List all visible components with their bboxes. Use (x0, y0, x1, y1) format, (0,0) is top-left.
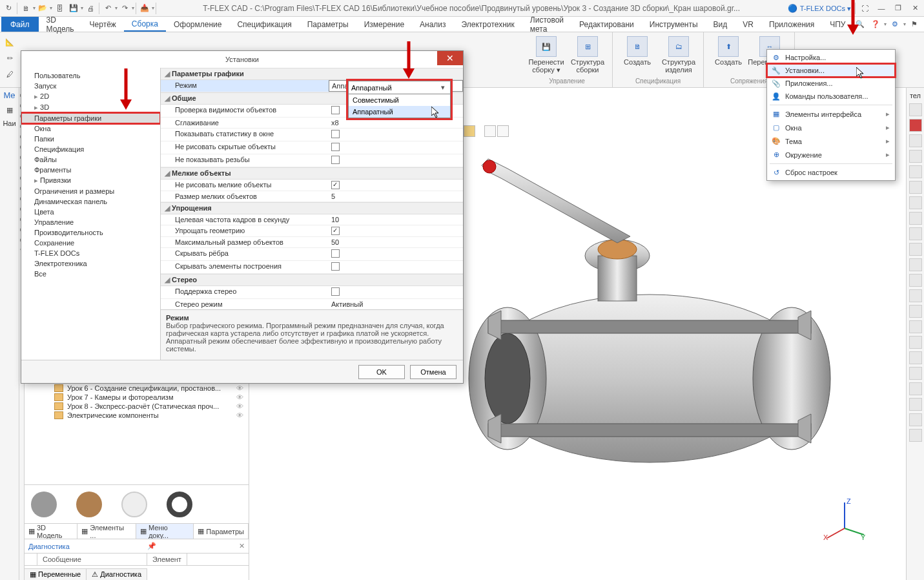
vp-btn[interactable] (484, 125, 496, 137)
rtool-icon[interactable] (909, 103, 922, 116)
nav-item[interactable]: Спецификация (21, 144, 160, 154)
ribbon-tab[interactable]: Инструменты (642, 17, 706, 32)
nav-item[interactable]: Сохранение (21, 238, 160, 248)
save-icon[interactable]: 💾 (67, 1, 81, 16)
nav-item[interactable]: Ограничения и размеры (21, 186, 160, 196)
rtool-icon[interactable] (909, 227, 922, 240)
maximize-btn[interactable]: ❐ (890, 2, 906, 15)
ok-button[interactable]: OK (358, 365, 405, 379)
section-header[interactable]: Упрощения (161, 202, 463, 214)
rtool-icon[interactable] (909, 150, 922, 163)
tree-item[interactable]: Урок 7 - Камеры и фотореализм👁 (27, 393, 246, 402)
create-constraint-btn[interactable]: ⬆Создать (709, 35, 748, 66)
menu-item[interactable]: ▢Окна▸ (767, 121, 895, 134)
section-header[interactable]: Параметры графики (161, 68, 463, 80)
pin-icon[interactable]: 📌 (147, 542, 156, 550)
move-assembly-btn[interactable]: 💾Перенести сборку ▾ (527, 35, 566, 74)
nav-item[interactable]: Файлы (21, 154, 160, 165)
property-row[interactable]: Размер мелких объектов5 (161, 191, 463, 202)
rtool-icon[interactable] (909, 367, 922, 380)
ribbon-tab[interactable]: Вид (706, 17, 735, 32)
menu-item[interactable]: 🎨Тема▸ (767, 134, 895, 148)
ribbon-tab[interactable]: Измерение (356, 17, 412, 32)
nav-item[interactable]: Динамическая панель (21, 196, 160, 207)
help-icon[interactable]: ❓ (868, 17, 883, 32)
menu-item[interactable]: ⊕Окружение▸ (767, 148, 895, 161)
rtool-icon[interactable] (909, 382, 922, 395)
close-icon[interactable]: ✕ (437, 51, 463, 65)
menu-item[interactable]: 🔧Установки... (767, 64, 895, 77)
product-structure-btn[interactable]: 🗂Структура изделия (659, 35, 698, 74)
ribbon-tab[interactable]: 3D Модель (39, 17, 82, 32)
rtool-icon[interactable] (909, 320, 922, 333)
vp-btn[interactable] (464, 125, 475, 137)
tree-item[interactable]: Урок 8 - Экспресс-расчёт (Статическая пр… (27, 402, 246, 411)
cancel-button[interactable]: Отмена (410, 365, 457, 379)
menu-item[interactable]: 📎Приложения... (767, 77, 895, 90)
rtool-icon[interactable] (909, 243, 922, 256)
property-row[interactable]: Упрощать геометрию (161, 225, 463, 237)
ribbon-tab[interactable]: VR (735, 17, 761, 32)
ribbon-tab[interactable]: Редактировани (571, 17, 642, 32)
axis-gizmo[interactable]: Z Y X (822, 496, 867, 541)
nav-item[interactable]: Производительность (21, 227, 160, 238)
rtool-icon[interactable] (909, 398, 922, 411)
rtool-icon[interactable] (909, 212, 922, 225)
close-btn[interactable]: ✕ (907, 2, 923, 15)
menu-item[interactable]: 👤Команды пользователя... (767, 90, 895, 103)
dropdown-item[interactable]: Совместимый (349, 94, 450, 106)
ribbon-tab[interactable]: Параметры (300, 17, 356, 32)
tflex-docs-link[interactable]: 🔵 T-FLEX DOCs ▾ (785, 4, 854, 13)
ribbon-tab[interactable]: Спецификация (229, 17, 299, 32)
property-row[interactable]: Целевая частота кадров в секунду10 (161, 214, 463, 225)
create-spec-btn[interactable]: 🗎Создать (618, 35, 657, 74)
nav-item[interactable]: Папки (21, 134, 160, 144)
chevron-down-icon[interactable]: ▾ (438, 83, 447, 92)
nav-item[interactable]: 3D (21, 102, 160, 113)
property-row[interactable]: Не рисовать мелкие объекты (161, 180, 463, 191)
nav-item[interactable]: Фрагменты (21, 165, 160, 175)
property-row[interactable]: Не показывать резьбы (161, 154, 463, 167)
tool2-icon[interactable]: ✏ (3, 51, 17, 65)
flag-icon[interactable]: ⚑ (907, 17, 921, 32)
dialog-nav-tree[interactable]: ПользовательЗапуск2D3DПараметры графикиО… (21, 68, 161, 360)
nav-item[interactable]: Цвета (21, 207, 160, 217)
property-row[interactable]: Показывать статистику в окне (161, 129, 463, 141)
preview-thumb[interactable] (31, 492, 57, 517)
property-row[interactable]: Скрывать элементы построения (161, 261, 463, 274)
rtool-icon[interactable] (909, 429, 922, 442)
nav-item[interactable]: Окна (21, 123, 160, 134)
nav-item[interactable]: Параметры графики (21, 113, 160, 123)
property-row[interactable]: Максимальный размер объектов50 (161, 237, 463, 248)
nav-item[interactable]: Управление (21, 217, 160, 227)
property-row[interactable]: Скрывать рёбра (161, 248, 463, 261)
rtool-icon[interactable] (909, 274, 922, 287)
rtool-icon[interactable] (909, 413, 922, 426)
table-icon[interactable]: ▦ (3, 103, 17, 117)
dropdown-value[interactable]: Аппаратный▾ (349, 81, 450, 94)
rtool-icon[interactable] (909, 181, 922, 194)
rtool-icon[interactable] (909, 119, 922, 132)
ribbon-tab[interactable]: Листовой мета (522, 17, 571, 32)
menu-item[interactable]: ▦Элементы интерфейса▸ (767, 107, 895, 121)
section-header[interactable]: Стерео (161, 274, 463, 286)
panel-tab[interactable]: ▦Элементы ... (77, 524, 136, 539)
nav-item[interactable]: Все (21, 269, 160, 279)
file-tab[interactable]: Файл (1, 17, 39, 32)
rtool-icon[interactable] (909, 134, 922, 147)
rtool-icon[interactable] (909, 289, 922, 302)
preview-thumb[interactable] (121, 492, 147, 517)
minimize-btn[interactable]: — (874, 2, 889, 15)
nav-item[interactable]: Запуск (21, 81, 160, 91)
undo-icon[interactable]: ↶ (101, 1, 115, 16)
panel-tab[interactable]: ▦3D Модель (25, 524, 77, 539)
menu-item[interactable]: ⚙Настройка... (767, 51, 895, 64)
tab-diagnostics[interactable]: ⚠ Диагностика (87, 569, 147, 580)
tree-item[interactable]: Электрические компоненты👁 (27, 411, 246, 420)
tool3-icon[interactable]: 🖊 (3, 67, 17, 81)
menu-item[interactable]: ↺Сброс настроек (767, 166, 895, 179)
insert-icon[interactable]: 📥 (138, 1, 152, 16)
database-icon[interactable]: 🗄 (52, 1, 67, 16)
preview-thumb[interactable] (76, 492, 102, 517)
nav-item[interactable]: Пользователь (21, 70, 160, 81)
